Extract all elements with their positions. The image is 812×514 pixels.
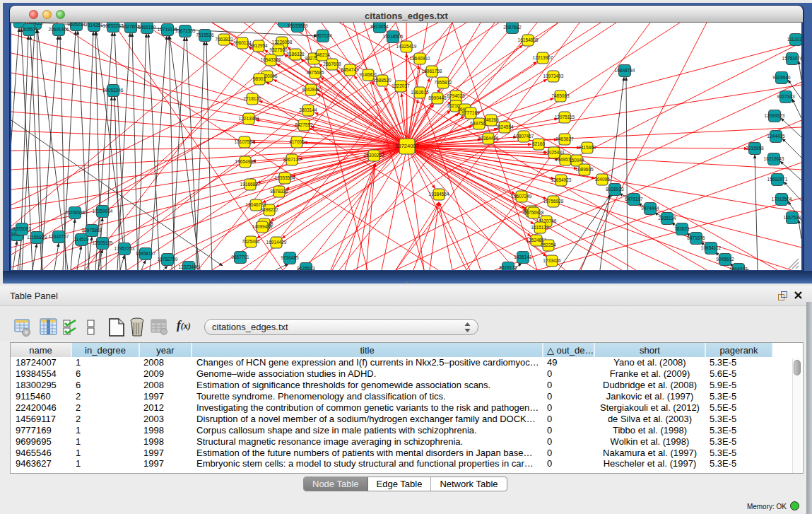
svg-text:20364436: 20364436 bbox=[478, 136, 499, 141]
svg-text:8471676: 8471676 bbox=[687, 235, 705, 240]
svg-text:1405571: 1405571 bbox=[20, 27, 38, 32]
svg-text:16210643: 16210643 bbox=[764, 156, 784, 161]
svg-text:9960124: 9960124 bbox=[233, 40, 252, 45]
svg-text:1733426: 1733426 bbox=[543, 258, 561, 263]
svg-text:16543362: 16543362 bbox=[261, 57, 281, 62]
svg-text:3624554: 3624554 bbox=[495, 124, 514, 129]
svg-text:1167533: 1167533 bbox=[784, 215, 801, 220]
svg-text:19756928: 19756928 bbox=[543, 199, 564, 204]
svg-text:1436141: 1436141 bbox=[514, 255, 532, 259]
svg-text:20206536: 20206536 bbox=[65, 210, 86, 215]
svg-text:15692971: 15692971 bbox=[767, 177, 788, 182]
svg-text:16154808: 16154808 bbox=[518, 37, 539, 42]
svg-text:6479197: 6479197 bbox=[625, 197, 643, 201]
svg-text:9245612: 9245612 bbox=[716, 257, 734, 262]
svg-text:7515526: 7515526 bbox=[196, 33, 214, 37]
svg-text:7663822: 7663822 bbox=[215, 37, 233, 42]
svg-text:19218506: 19218506 bbox=[383, 34, 404, 39]
svg-text:16914429: 16914429 bbox=[266, 240, 287, 245]
svg-text:1112036: 1112036 bbox=[787, 37, 801, 42]
svg-text:20053346: 20053346 bbox=[103, 88, 124, 93]
svg-text:9464912: 9464912 bbox=[729, 267, 748, 270]
svg-text:17010504: 17010504 bbox=[772, 197, 792, 201]
svg-text:8529173: 8529173 bbox=[499, 265, 517, 270]
svg-text:19384554: 19384554 bbox=[429, 192, 449, 197]
svg-text:1244415: 1244415 bbox=[767, 134, 785, 139]
svg-text:2087682: 2087682 bbox=[503, 25, 522, 30]
svg-text:16033809: 16033809 bbox=[288, 23, 308, 28]
svg-text:16848784: 16848784 bbox=[615, 68, 635, 73]
svg-text:13654923: 13654923 bbox=[551, 177, 572, 182]
svg-text:19654983: 19654983 bbox=[235, 159, 256, 164]
svg-text:8427552: 8427552 bbox=[295, 122, 313, 127]
svg-text:10107554: 10107554 bbox=[235, 139, 255, 144]
svg-text:17957253: 17957253 bbox=[114, 246, 135, 251]
svg-text:9135623: 9135623 bbox=[297, 266, 315, 270]
svg-text:8990448: 8990448 bbox=[428, 95, 447, 100]
svg-text:12323446: 12323446 bbox=[179, 264, 199, 269]
svg-text:7955812: 7955812 bbox=[434, 80, 452, 85]
svg-text:20691406: 20691406 bbox=[49, 27, 69, 32]
svg-text:1615132: 1615132 bbox=[531, 225, 549, 230]
svg-text:10958117: 10958117 bbox=[136, 251, 156, 256]
svg-text:746266: 746266 bbox=[483, 117, 499, 122]
svg-text:7357224: 7357224 bbox=[314, 33, 332, 38]
svg-text:1527602: 1527602 bbox=[122, 24, 140, 29]
svg-text:763621: 763621 bbox=[674, 226, 690, 231]
svg-text:17359934: 17359934 bbox=[93, 209, 113, 214]
svg-text:16782759: 16782759 bbox=[158, 257, 178, 262]
svg-text:9227343: 9227343 bbox=[777, 94, 795, 99]
svg-text:13226058: 13226058 bbox=[272, 40, 293, 45]
svg-text:16961758: 16961758 bbox=[422, 69, 442, 74]
svg-text:9327500: 9327500 bbox=[269, 47, 288, 52]
svg-text:12505135: 12505135 bbox=[93, 240, 113, 245]
svg-text:8813054: 8813054 bbox=[370, 24, 389, 29]
svg-text:10654112: 10654112 bbox=[701, 245, 722, 250]
svg-text:3267130: 3267130 bbox=[283, 157, 301, 162]
svg-text:9463627: 9463627 bbox=[555, 136, 574, 141]
svg-text:12975115: 12975115 bbox=[555, 115, 575, 119]
svg-text:8186328: 8186328 bbox=[286, 52, 305, 57]
svg-text:9146821: 9146821 bbox=[359, 72, 377, 77]
svg-text:9115460: 9115460 bbox=[579, 145, 596, 150]
svg-text:546214: 546214 bbox=[314, 52, 330, 57]
svg-text:2935114: 2935114 bbox=[659, 216, 676, 221]
svg-text:14325419: 14325419 bbox=[396, 44, 417, 49]
svg-text:14099489: 14099489 bbox=[252, 224, 273, 229]
svg-text:3215958: 3215958 bbox=[746, 146, 764, 151]
svg-text:2803144: 2803144 bbox=[299, 107, 317, 112]
svg-text:252254: 252254 bbox=[541, 243, 556, 247]
svg-text:12342757: 12342757 bbox=[49, 234, 69, 239]
svg-text:7485063: 7485063 bbox=[551, 93, 570, 98]
svg-text:3498222: 3498222 bbox=[260, 207, 278, 212]
svg-text:12213369: 12213369 bbox=[239, 116, 259, 121]
svg-text:62160: 62160 bbox=[532, 141, 545, 146]
svg-text:1335061: 1335061 bbox=[13, 226, 31, 231]
svg-text:2718126: 2718126 bbox=[243, 96, 261, 101]
svg-text:1588520: 1588520 bbox=[373, 78, 392, 83]
svg-text:8454749: 8454749 bbox=[341, 67, 359, 72]
svg-text:10807467: 10807467 bbox=[514, 134, 534, 139]
svg-text:9242848: 9242848 bbox=[302, 87, 320, 92]
svg-text:1089605: 1089605 bbox=[575, 167, 594, 172]
svg-text:417006: 417006 bbox=[289, 139, 305, 144]
svg-text:9716485: 9716485 bbox=[281, 255, 299, 260]
svg-text:7914351: 7914351 bbox=[85, 23, 103, 28]
svg-text:10756928: 10756928 bbox=[524, 210, 544, 215]
svg-text:104095: 104095 bbox=[594, 177, 610, 182]
svg-text:9329946: 9329946 bbox=[772, 75, 791, 80]
svg-text:3875685: 3875685 bbox=[306, 70, 324, 75]
svg-text:150944: 150944 bbox=[569, 158, 584, 163]
svg-text:1322037: 1322037 bbox=[392, 83, 410, 88]
svg-text:18640910: 18640910 bbox=[410, 56, 430, 61]
svg-text:9657791: 9657791 bbox=[231, 255, 249, 259]
svg-text:12093323: 12093323 bbox=[765, 113, 785, 118]
svg-text:19166827: 19166827 bbox=[240, 182, 261, 187]
svg-text:10671355: 10671355 bbox=[175, 28, 196, 33]
svg-text:18724007: 18724007 bbox=[395, 143, 418, 149]
svg-text:18607249: 18607249 bbox=[512, 194, 532, 199]
svg-text:10046738: 10046738 bbox=[246, 202, 266, 207]
svg-text:12353594: 12353594 bbox=[275, 175, 295, 180]
svg-text:2867608: 2867608 bbox=[323, 62, 341, 66]
svg-text:9474444: 9474444 bbox=[641, 206, 659, 211]
